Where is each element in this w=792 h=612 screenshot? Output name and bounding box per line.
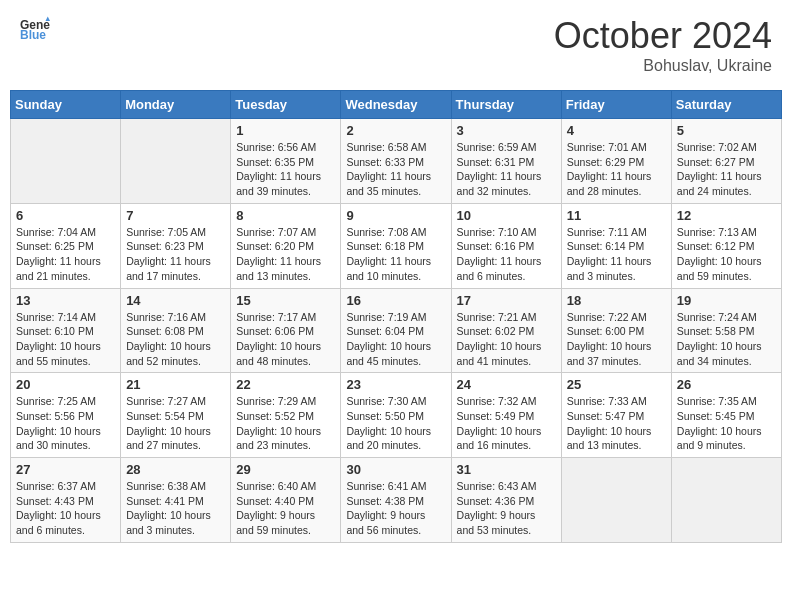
calendar-cell: 28Sunrise: 6:38 AM Sunset: 4:41 PM Dayli… — [121, 458, 231, 543]
calendar-cell — [671, 458, 781, 543]
day-info: Sunrise: 7:13 AM Sunset: 6:12 PM Dayligh… — [677, 225, 776, 284]
weekday-header-thursday: Thursday — [451, 91, 561, 119]
logo-icon: General Blue — [20, 15, 50, 45]
day-number: 31 — [457, 462, 556, 477]
calendar-week-5: 27Sunrise: 6:37 AM Sunset: 4:43 PM Dayli… — [11, 458, 782, 543]
day-info: Sunrise: 7:17 AM Sunset: 6:06 PM Dayligh… — [236, 310, 335, 369]
weekday-header-tuesday: Tuesday — [231, 91, 341, 119]
day-number: 21 — [126, 377, 225, 392]
day-number: 22 — [236, 377, 335, 392]
calendar-cell: 21Sunrise: 7:27 AM Sunset: 5:54 PM Dayli… — [121, 373, 231, 458]
day-info: Sunrise: 7:32 AM Sunset: 5:49 PM Dayligh… — [457, 394, 556, 453]
day-info: Sunrise: 6:41 AM Sunset: 4:38 PM Dayligh… — [346, 479, 445, 538]
day-info: Sunrise: 7:10 AM Sunset: 6:16 PM Dayligh… — [457, 225, 556, 284]
calendar-cell: 1Sunrise: 6:56 AM Sunset: 6:35 PM Daylig… — [231, 119, 341, 204]
calendar-week-1: 1Sunrise: 6:56 AM Sunset: 6:35 PM Daylig… — [11, 119, 782, 204]
calendar-cell: 26Sunrise: 7:35 AM Sunset: 5:45 PM Dayli… — [671, 373, 781, 458]
day-number: 29 — [236, 462, 335, 477]
day-number: 23 — [346, 377, 445, 392]
calendar-week-2: 6Sunrise: 7:04 AM Sunset: 6:25 PM Daylig… — [11, 203, 782, 288]
day-number: 25 — [567, 377, 666, 392]
day-number: 14 — [126, 293, 225, 308]
day-info: Sunrise: 7:08 AM Sunset: 6:18 PM Dayligh… — [346, 225, 445, 284]
day-info: Sunrise: 7:35 AM Sunset: 5:45 PM Dayligh… — [677, 394, 776, 453]
day-info: Sunrise: 7:16 AM Sunset: 6:08 PM Dayligh… — [126, 310, 225, 369]
day-info: Sunrise: 6:40 AM Sunset: 4:40 PM Dayligh… — [236, 479, 335, 538]
calendar-cell: 31Sunrise: 6:43 AM Sunset: 4:36 PM Dayli… — [451, 458, 561, 543]
calendar-cell: 17Sunrise: 7:21 AM Sunset: 6:02 PM Dayli… — [451, 288, 561, 373]
calendar-cell: 14Sunrise: 7:16 AM Sunset: 6:08 PM Dayli… — [121, 288, 231, 373]
day-number: 8 — [236, 208, 335, 223]
calendar-header: SundayMondayTuesdayWednesdayThursdayFrid… — [11, 91, 782, 119]
day-number: 11 — [567, 208, 666, 223]
day-info: Sunrise: 7:19 AM Sunset: 6:04 PM Dayligh… — [346, 310, 445, 369]
calendar-cell — [11, 119, 121, 204]
day-number: 28 — [126, 462, 225, 477]
weekday-header-friday: Friday — [561, 91, 671, 119]
day-info: Sunrise: 6:56 AM Sunset: 6:35 PM Dayligh… — [236, 140, 335, 199]
calendar-cell: 22Sunrise: 7:29 AM Sunset: 5:52 PM Dayli… — [231, 373, 341, 458]
day-info: Sunrise: 7:24 AM Sunset: 5:58 PM Dayligh… — [677, 310, 776, 369]
day-info: Sunrise: 7:27 AM Sunset: 5:54 PM Dayligh… — [126, 394, 225, 453]
day-number: 6 — [16, 208, 115, 223]
day-number: 26 — [677, 377, 776, 392]
day-number: 16 — [346, 293, 445, 308]
day-info: Sunrise: 6:58 AM Sunset: 6:33 PM Dayligh… — [346, 140, 445, 199]
day-number: 30 — [346, 462, 445, 477]
calendar-cell: 18Sunrise: 7:22 AM Sunset: 6:00 PM Dayli… — [561, 288, 671, 373]
calendar-cell: 20Sunrise: 7:25 AM Sunset: 5:56 PM Dayli… — [11, 373, 121, 458]
day-info: Sunrise: 7:07 AM Sunset: 6:20 PM Dayligh… — [236, 225, 335, 284]
day-number: 27 — [16, 462, 115, 477]
day-number: 2 — [346, 123, 445, 138]
day-info: Sunrise: 6:38 AM Sunset: 4:41 PM Dayligh… — [126, 479, 225, 538]
weekday-header-wednesday: Wednesday — [341, 91, 451, 119]
calendar-cell: 27Sunrise: 6:37 AM Sunset: 4:43 PM Dayli… — [11, 458, 121, 543]
day-info: Sunrise: 7:11 AM Sunset: 6:14 PM Dayligh… — [567, 225, 666, 284]
calendar-cell — [121, 119, 231, 204]
day-info: Sunrise: 7:21 AM Sunset: 6:02 PM Dayligh… — [457, 310, 556, 369]
day-number: 12 — [677, 208, 776, 223]
day-number: 3 — [457, 123, 556, 138]
calendar-cell: 7Sunrise: 7:05 AM Sunset: 6:23 PM Daylig… — [121, 203, 231, 288]
calendar-table: SundayMondayTuesdayWednesdayThursdayFrid… — [10, 90, 782, 543]
calendar-cell: 5Sunrise: 7:02 AM Sunset: 6:27 PM Daylig… — [671, 119, 781, 204]
location-subtitle: Bohuslav, Ukraine — [554, 57, 772, 75]
day-number: 20 — [16, 377, 115, 392]
day-number: 7 — [126, 208, 225, 223]
calendar-week-3: 13Sunrise: 7:14 AM Sunset: 6:10 PM Dayli… — [11, 288, 782, 373]
calendar-cell: 4Sunrise: 7:01 AM Sunset: 6:29 PM Daylig… — [561, 119, 671, 204]
day-number: 15 — [236, 293, 335, 308]
day-info: Sunrise: 7:25 AM Sunset: 5:56 PM Dayligh… — [16, 394, 115, 453]
calendar-cell: 19Sunrise: 7:24 AM Sunset: 5:58 PM Dayli… — [671, 288, 781, 373]
calendar-cell: 8Sunrise: 7:07 AM Sunset: 6:20 PM Daylig… — [231, 203, 341, 288]
day-number: 9 — [346, 208, 445, 223]
calendar-cell: 25Sunrise: 7:33 AM Sunset: 5:47 PM Dayli… — [561, 373, 671, 458]
calendar-cell: 12Sunrise: 7:13 AM Sunset: 6:12 PM Dayli… — [671, 203, 781, 288]
day-info: Sunrise: 7:22 AM Sunset: 6:00 PM Dayligh… — [567, 310, 666, 369]
calendar-cell — [561, 458, 671, 543]
day-number: 17 — [457, 293, 556, 308]
weekday-header-monday: Monday — [121, 91, 231, 119]
calendar-cell: 11Sunrise: 7:11 AM Sunset: 6:14 PM Dayli… — [561, 203, 671, 288]
day-number: 1 — [236, 123, 335, 138]
day-info: Sunrise: 7:30 AM Sunset: 5:50 PM Dayligh… — [346, 394, 445, 453]
day-info: Sunrise: 6:37 AM Sunset: 4:43 PM Dayligh… — [16, 479, 115, 538]
day-info: Sunrise: 7:14 AM Sunset: 6:10 PM Dayligh… — [16, 310, 115, 369]
calendar-cell: 6Sunrise: 7:04 AM Sunset: 6:25 PM Daylig… — [11, 203, 121, 288]
calendar-cell: 10Sunrise: 7:10 AM Sunset: 6:16 PM Dayli… — [451, 203, 561, 288]
svg-text:Blue: Blue — [20, 28, 46, 42]
calendar-cell: 3Sunrise: 6:59 AM Sunset: 6:31 PM Daylig… — [451, 119, 561, 204]
day-number: 19 — [677, 293, 776, 308]
day-number: 13 — [16, 293, 115, 308]
day-info: Sunrise: 7:05 AM Sunset: 6:23 PM Dayligh… — [126, 225, 225, 284]
month-title: October 2024 — [554, 15, 772, 57]
day-info: Sunrise: 6:59 AM Sunset: 6:31 PM Dayligh… — [457, 140, 556, 199]
page-header: General Blue October 2024 Bohuslav, Ukra… — [10, 10, 782, 80]
calendar-cell: 30Sunrise: 6:41 AM Sunset: 4:38 PM Dayli… — [341, 458, 451, 543]
day-info: Sunrise: 6:43 AM Sunset: 4:36 PM Dayligh… — [457, 479, 556, 538]
calendar-cell: 24Sunrise: 7:32 AM Sunset: 5:49 PM Dayli… — [451, 373, 561, 458]
calendar-cell: 2Sunrise: 6:58 AM Sunset: 6:33 PM Daylig… — [341, 119, 451, 204]
day-info: Sunrise: 7:01 AM Sunset: 6:29 PM Dayligh… — [567, 140, 666, 199]
day-number: 18 — [567, 293, 666, 308]
logo: General Blue — [20, 15, 52, 45]
